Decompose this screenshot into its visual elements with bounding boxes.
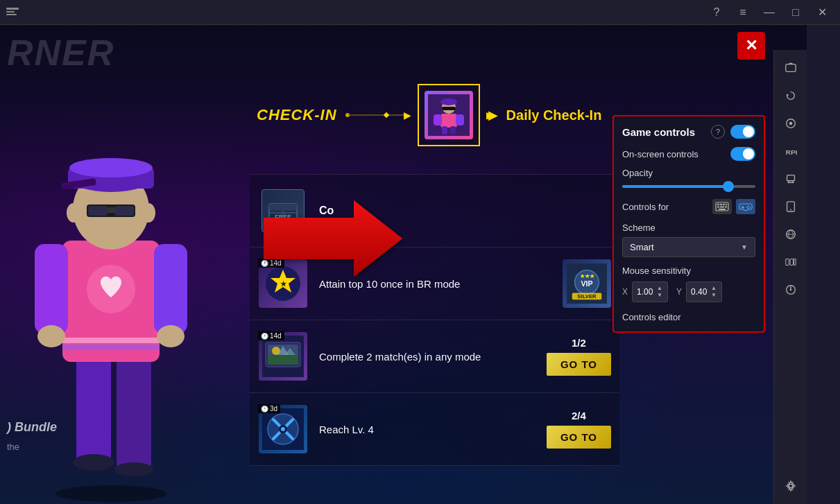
mouse-sensitivity-label: Mouse sensitivity — [622, 266, 755, 276]
close-button[interactable]: ✕ — [809, 0, 834, 25]
svg-point-101 — [789, 484, 792, 487]
minimize-button[interactable]: — — [757, 0, 782, 25]
gamepad-icon[interactable] — [736, 199, 755, 214]
sidebar-icon-settings[interactable] — [778, 473, 803, 498]
svg-text:★: ★ — [280, 280, 287, 288]
sidebar-icon-rpk[interactable]: RPK — [778, 139, 803, 164]
svg-rect-96 — [785, 259, 789, 266]
svg-text:FREE: FREE — [275, 214, 291, 220]
quest-progress-4: 2/4 GO TO — [547, 410, 611, 449]
checkin-character-icon — [425, 91, 473, 139]
sensitivity-y-up[interactable]: ▲ — [710, 285, 717, 292]
sensitivity-x-spinners: ▲ ▼ — [656, 285, 663, 299]
panel-header: Game controls ? — [622, 125, 755, 139]
svg-rect-97 — [790, 259, 794, 266]
bundle-sub: the — [7, 442, 19, 452]
svg-rect-83 — [789, 63, 792, 64]
quest-text-1: Co — [319, 205, 611, 217]
checkin-connector — [345, 113, 409, 117]
on-screen-controls-toggle[interactable] — [730, 147, 755, 161]
menu-button[interactable]: ≡ — [730, 0, 755, 25]
quest-icon-1: FREE FIRE — [258, 186, 308, 236]
window: ? ≡ — □ ✕ RNER — [0, 0, 840, 504]
quest-icon-2: ★ 🕐 14d — [258, 259, 308, 309]
svg-rect-70 — [723, 204, 725, 205]
quest-icon-3: 🕐 14d — [258, 331, 308, 381]
sensitivity-y-spinners: ▲ ▼ — [710, 285, 717, 299]
crate-icon: FREE FIRE — [262, 189, 305, 232]
main-content: RNER — [0, 25, 807, 504]
sidebar-icon-5[interactable] — [778, 194, 803, 219]
svg-point-35 — [440, 98, 457, 105]
sensitivity-y-input[interactable]: 0.40 ▲ ▼ — [686, 281, 722, 302]
game-controls-help-icon[interactable]: ? — [711, 125, 725, 139]
svg-point-7 — [114, 462, 153, 476]
svg-point-81 — [746, 207, 748, 208]
opacity-slider-container[interactable] — [622, 181, 755, 192]
svg-rect-36 — [442, 107, 456, 110]
progress-text-4: 2/4 — [572, 410, 586, 422]
svg-text:FIRE: FIRE — [277, 221, 289, 226]
sidebar-icon-2[interactable] — [778, 83, 803, 108]
svg-rect-88 — [787, 175, 794, 181]
quest-text-2: Attain top 10 once in BR mode — [319, 278, 551, 290]
sensitivity-y-group: Y 0.40 ▲ ▼ — [676, 281, 722, 302]
checkin-character-box[interactable] — [418, 84, 480, 146]
svg-rect-0 — [6, 8, 19, 10]
maximize-button[interactable]: □ — [783, 0, 808, 25]
character-figure — [14, 116, 208, 504]
svg-text:RPK: RPK — [785, 148, 796, 156]
svg-rect-11 — [62, 345, 160, 350]
sidebar-icon-8[interactable] — [778, 277, 803, 302]
opacity-thumb[interactable] — [723, 181, 734, 192]
help-button[interactable]: ? — [704, 0, 729, 25]
svg-rect-75 — [719, 209, 726, 210]
svg-point-100 — [789, 289, 791, 291]
sidebar-icon-3[interactable] — [778, 111, 803, 136]
close-overlay-button[interactable]: ✕ — [737, 32, 765, 60]
svg-point-80 — [748, 208, 749, 209]
keyboard-icon[interactable] — [712, 199, 732, 214]
svg-rect-34 — [450, 126, 456, 134]
reward-icon-2: ★★★ VIP SILVER — [563, 259, 611, 308]
svg-rect-77 — [742, 207, 744, 209]
scheme-select[interactable]: Smart ▼ — [622, 237, 755, 257]
titlebar: ? ≡ — □ ✕ — [0, 0, 840, 25]
goto-button-4[interactable]: GO TO — [547, 426, 611, 449]
quest-text-4: Reach Lv. 4 — [319, 424, 535, 435]
quest-timer-2: 🕐 14d — [258, 259, 284, 268]
controls-for-row: Controls for — [622, 199, 755, 214]
svg-rect-19 — [88, 206, 108, 216]
svg-rect-33 — [442, 126, 447, 134]
sensitivity-x-down[interactable]: ▼ — [656, 292, 663, 299]
sidebar-icon-6[interactable] — [778, 222, 803, 247]
svg-rect-2 — [6, 14, 17, 15]
sidebar-icon-7[interactable] — [778, 250, 803, 275]
svg-text:VIP: VIP — [581, 279, 592, 288]
quest-item-1: FREE FIRE Co — [250, 174, 619, 247]
controls-editor-link[interactable]: Controls editor — [622, 312, 681, 322]
sidebar-icon-1[interactable] — [778, 55, 803, 80]
sensitivity-y-label: Y — [676, 287, 682, 297]
sensitivity-x-label: X — [622, 287, 628, 297]
quest-timer-4: 🕐 3d — [258, 404, 280, 413]
scheme-dropdown-arrow: ▼ — [741, 243, 748, 251]
svg-rect-32 — [456, 114, 464, 125]
svg-rect-72 — [717, 207, 719, 208]
titlebar-left — [6, 6, 19, 19]
sensitivity-y-down[interactable]: ▼ — [710, 292, 717, 299]
quest-progress-3: 1/2 GO TO — [547, 337, 611, 376]
sensitivity-x-up[interactable]: ▲ — [656, 285, 663, 292]
sensitivity-inputs: X 1.00 ▲ ▼ Y 0.40 ▲ — [622, 281, 755, 302]
svg-point-6 — [73, 454, 114, 471]
controls-for-icons — [712, 199, 755, 214]
game-controls-toggle[interactable] — [730, 125, 755, 139]
svg-point-3 — [55, 485, 166, 502]
svg-rect-82 — [785, 64, 795, 72]
sidebar-icon-4[interactable] — [778, 166, 803, 191]
game-controls-panel: Game controls ? On-screen controls Opaci… — [612, 115, 765, 333]
opacity-track — [622, 185, 755, 188]
sensitivity-x-input[interactable]: 1.00 ▲ ▼ — [632, 281, 668, 302]
goto-button-3[interactable]: GO TO — [547, 353, 611, 376]
svg-point-78 — [748, 205, 749, 207]
